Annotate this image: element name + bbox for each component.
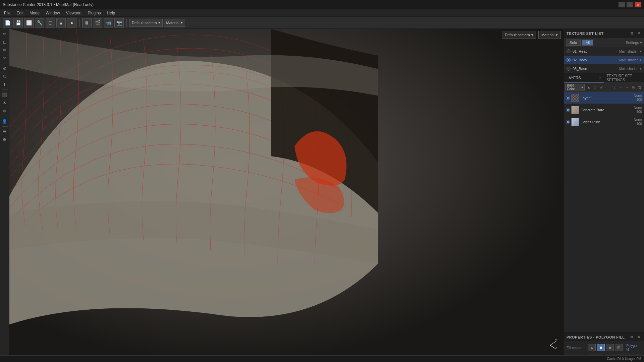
tool-layers[interactable]: ☰ bbox=[1, 128, 8, 135]
tool-settings[interactable]: ⚙ bbox=[1, 136, 8, 143]
layer-move-up[interactable]: ↑ bbox=[605, 84, 611, 90]
ts-radio-body[interactable] bbox=[567, 58, 571, 62]
tb-btn9[interactable]: 🎬 bbox=[93, 18, 102, 27]
fill-mode-grid[interactable]: ⊞ bbox=[615, 344, 623, 351]
tb-btn8[interactable]: 🖥 bbox=[82, 18, 92, 27]
layer-move-down[interactable]: ↓ bbox=[611, 84, 617, 90]
tool-separator1 bbox=[2, 63, 8, 63]
ts-dock-button[interactable]: ⧉ bbox=[629, 31, 635, 36]
tool-smudge[interactable]: ≋ bbox=[1, 54, 8, 62]
statusbar: Cache Disk Usage: 0% bbox=[0, 355, 644, 362]
layer-right-concrete: Norm 100 bbox=[634, 106, 642, 114]
layer-right-cobalt: Norm 100 bbox=[634, 118, 642, 126]
layer-visibility-cobalt[interactable] bbox=[566, 120, 570, 124]
axes-svg: Y X bbox=[543, 339, 557, 352]
ts-radio-head[interactable] bbox=[567, 49, 571, 53]
menu-file[interactable]: File bbox=[1, 10, 13, 16]
layers-tab-close[interactable]: ✕ bbox=[599, 76, 601, 79]
tool-separator2 bbox=[2, 89, 8, 90]
layer-move-right[interactable]: → bbox=[624, 84, 630, 90]
texture-set-list-title: TEXTURE SET LIST bbox=[567, 32, 628, 36]
layer-item-1[interactable]: Layer 1 Norm 100 bbox=[564, 92, 644, 104]
solo-button[interactable]: Solo bbox=[566, 40, 581, 46]
layer-move-left[interactable]: ← bbox=[618, 84, 624, 90]
layer-add-paint[interactable]: □ bbox=[592, 84, 598, 90]
fill-mode-row: Fill mode ▲ ■ ◆ ⊞ Polygon fill bbox=[564, 342, 644, 353]
ts-radio-base[interactable] bbox=[567, 67, 571, 71]
save2-button[interactable]: ⬜ bbox=[24, 18, 34, 27]
layer-visibility-1[interactable] bbox=[566, 96, 570, 100]
properties-header: PROPERTIES - POLYGON FILL ⧉ ✕ bbox=[564, 333, 644, 342]
layer-add-mask[interactable]: ↙ bbox=[599, 84, 604, 90]
tool-clone[interactable]: ⊕ bbox=[1, 46, 8, 54]
fill-mode-buttons: ▲ ■ ◆ ⊞ bbox=[588, 344, 623, 351]
texture-set-03-base[interactable]: 03_Base Main shader ▾ bbox=[564, 64, 644, 73]
svg-line-3 bbox=[550, 345, 555, 349]
tb-btn5[interactable]: ⬡ bbox=[46, 18, 55, 27]
texture-set-list-header: TEXTURE SET LIST ⧉ ✕ bbox=[564, 29, 644, 38]
layers-panel: LAYERS ✕ TEXTURE SET SETTINGS Base Color… bbox=[564, 73, 644, 332]
texture-set-01-head[interactable]: 01_Head Main shader ▾ bbox=[564, 47, 644, 56]
camera-select-dropdown[interactable]: Default camera ▾ bbox=[502, 31, 536, 39]
layer-item-cobalt[interactable]: Cobalt Pure Norm 100 bbox=[564, 116, 644, 128]
viewport[interactable]: Y X Default camera ▾ Material ▾ bbox=[9, 29, 564, 362]
layer-toolbar: Base Color ▾ ▲ □ ↙ ↑ ↓ ← → ⎘ 🗑 bbox=[564, 83, 644, 92]
layer-delete[interactable]: 🗑 bbox=[637, 84, 643, 90]
fill-mode-square[interactable]: ■ bbox=[597, 344, 605, 351]
tool-picker[interactable]: 👁 bbox=[1, 99, 8, 107]
layer-info-concrete: Concrete Bare bbox=[581, 108, 633, 112]
menu-viewport[interactable]: Viewport bbox=[63, 10, 84, 16]
minimize-button[interactable]: — bbox=[619, 2, 625, 7]
fill-mode-triangle[interactable]: ▲ bbox=[588, 344, 596, 351]
main-layout: ✏ ◻ ⊕ ≋ ⊙ ⬡ T ⬛ 👁 ⊛ 👤 ☰ ⚙ bbox=[0, 29, 644, 362]
tb-btn4[interactable]: 🔧 bbox=[35, 18, 44, 27]
tab-texture-set-settings[interactable]: TEXTURE SET SETTINGS bbox=[604, 73, 644, 82]
tb-btn7[interactable]: ● bbox=[67, 18, 76, 27]
layer-visibility-concrete[interactable] bbox=[566, 108, 570, 112]
camera-dropdown[interactable]: Default camera ▾ bbox=[129, 19, 163, 27]
prop-close-button[interactable]: ✕ bbox=[636, 335, 641, 340]
left-tools-panel: ✏ ◻ ⊕ ≋ ⊙ ⬡ T ⬛ 👁 ⊛ 👤 ☰ ⚙ bbox=[0, 29, 9, 362]
settings-dropdown[interactable]: Settings ▾ bbox=[626, 41, 642, 45]
menu-mode[interactable]: Mode bbox=[27, 10, 42, 16]
render-dropdown[interactable]: Material ▾ bbox=[164, 19, 185, 27]
tool-erase[interactable]: ◻ bbox=[1, 38, 8, 46]
tb-btn10[interactable]: 📹 bbox=[104, 18, 113, 27]
tool-fill[interactable]: ⬡ bbox=[1, 73, 8, 80]
layer-thumb-1 bbox=[571, 94, 579, 102]
menu-plugins[interactable]: Plugins bbox=[85, 10, 103, 16]
cache-status: Cache Disk Usage: 0% bbox=[607, 357, 641, 361]
ts-close-button[interactable]: ✕ bbox=[636, 31, 641, 36]
tool-paint[interactable]: ✏ bbox=[1, 30, 8, 38]
texture-set-02-body[interactable]: 02_Body Main shader ▾ bbox=[564, 56, 644, 64]
render-mode-dropdown[interactable]: Material ▾ bbox=[538, 31, 561, 39]
menu-window[interactable]: Window bbox=[43, 10, 63, 16]
layer-info-cobalt: Cobalt Pure bbox=[581, 120, 633, 124]
fill-mode-diamond[interactable]: ◆ bbox=[606, 344, 614, 351]
close-button[interactable]: ✕ bbox=[635, 2, 641, 7]
all-button[interactable]: All bbox=[582, 40, 593, 46]
prop-dock-button[interactable]: ⧉ bbox=[629, 335, 635, 340]
save-button[interactable]: 💾 bbox=[13, 18, 23, 27]
tool-polygon[interactable]: ⬛ bbox=[1, 91, 8, 99]
window-controls: — □ ✕ bbox=[619, 2, 641, 7]
layer-item-concrete[interactable]: Concrete Bare Norm 100 bbox=[564, 104, 644, 116]
tool-person[interactable]: 👤 bbox=[1, 118, 8, 125]
tb-btn11[interactable]: 📷 bbox=[114, 18, 124, 27]
maximize-button[interactable]: □ bbox=[627, 2, 633, 7]
menu-help[interactable]: Help bbox=[104, 10, 118, 16]
menu-edit[interactable]: Edit bbox=[14, 10, 26, 16]
new-button[interactable]: 📄 bbox=[3, 18, 12, 27]
tool-bake[interactable]: ⊛ bbox=[1, 107, 8, 115]
layer-thumb-cobalt bbox=[571, 118, 579, 126]
layer-duplicate[interactable]: ⎘ bbox=[631, 84, 636, 90]
layer-right-1: Norm 100 bbox=[634, 94, 642, 102]
tab-layers[interactable]: LAYERS ✕ bbox=[564, 73, 604, 82]
tb-btn6[interactable]: ▲ bbox=[56, 18, 66, 27]
texture-set-list-panel: TEXTURE SET LIST ⧉ ✕ Solo All Settings ▾… bbox=[564, 29, 644, 73]
layer-add-fill[interactable]: ▲ bbox=[586, 84, 592, 90]
tool-select[interactable]: ⊙ bbox=[1, 65, 8, 72]
tool-text[interactable]: T bbox=[1, 81, 8, 88]
layers-dual-header: LAYERS ✕ TEXTURE SET SETTINGS bbox=[564, 73, 644, 83]
channel-selector[interactable]: Base Color ▾ bbox=[565, 84, 585, 90]
